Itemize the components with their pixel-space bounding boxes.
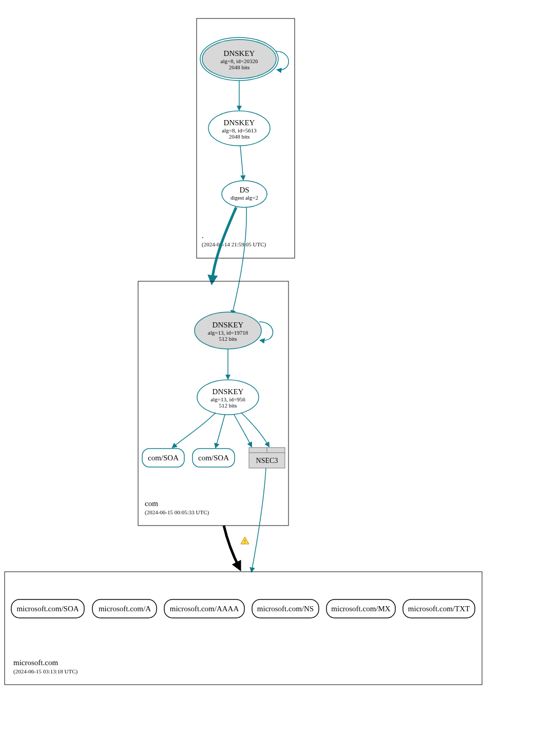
edge-com-to-microsoft <box>224 526 239 568</box>
svg-point-4 <box>222 181 267 207</box>
edge-com-zsk-soa1 <box>172 413 216 448</box>
root-zsk-line2: 2048 bits <box>229 133 250 140</box>
node-com-soa2: com/SOA <box>193 449 235 467</box>
node-root-ds: DS digest alg=2 <box>222 181 267 207</box>
node-ms-aaaa: microsoft.com/AAAA <box>164 599 244 618</box>
com-nsec3-title: NSEC3 <box>256 457 278 464</box>
com-ksk-line2: 512 bits <box>219 336 237 342</box>
zone-com-name: com <box>145 499 158 508</box>
node-ms-txt: microsoft.com/TXT <box>403 599 475 618</box>
edge-ds-to-com-ksk <box>232 207 246 315</box>
zone-root: DNSKEY alg=8, id=20326 2048 bits DNSKEY … <box>197 18 295 258</box>
zone-ms-ts: (2024-06-15 03:13:18 UTC) <box>13 668 78 675</box>
edge-root-zsk-ds <box>240 146 243 180</box>
edge-com-zsk-nsec3b <box>241 413 269 447</box>
node-com-nsec3: NSEC3 <box>249 448 285 468</box>
zone-com-ts: (2024-06-15 00:05:33 UTC) <box>145 509 209 516</box>
node-ms-mx: microsoft.com/MX <box>326 599 395 618</box>
node-com-zsk: DNSKEY alg=13, id=956 512 bits <box>197 380 259 415</box>
zone-root-ts: (2024-06-14 21:59:05 UTC) <box>202 241 266 248</box>
ms-rec-2: microsoft.com/AAAA <box>170 605 239 613</box>
root-ksk-line1: alg=8, id=20326 <box>221 58 258 64</box>
node-ms-soa: microsoft.com/SOA <box>11 599 84 618</box>
com-ksk-title: DNSKEY <box>213 321 244 329</box>
root-ksk-title: DNSKEY <box>224 49 255 57</box>
edge-com-zsk-soa2 <box>216 415 225 448</box>
com-soa1-title: com/SOA <box>148 454 179 462</box>
dnssec-graph: DNSKEY alg=8, id=20326 2048 bits DNSKEY … <box>0 0 558 756</box>
root-zsk-title: DNSKEY <box>224 119 255 127</box>
node-com-soa1: com/SOA <box>142 449 184 467</box>
zone-ms-name: microsoft.com <box>13 658 58 667</box>
node-com-ksk: DNSKEY alg=13, id=19718 512 bits <box>195 312 261 349</box>
com-zsk-line2: 512 bits <box>219 402 237 409</box>
com-zsk-title: DNSKEY <box>213 387 244 396</box>
node-ms-a: microsoft.com/A <box>92 599 157 618</box>
root-zsk-line1: alg=8, id=5613 <box>222 127 257 133</box>
ms-rec-5: microsoft.com/TXT <box>408 605 470 613</box>
edge-com-zsk-nsec3a <box>234 415 252 447</box>
node-root-zsk: DNSKEY alg=8, id=5613 2048 bits <box>208 111 270 146</box>
ms-rec-4: microsoft.com/MX <box>331 605 391 613</box>
node-ms-ns: microsoft.com/NS <box>252 599 319 618</box>
root-ds-title: DS <box>239 186 249 194</box>
ms-rec-1: microsoft.com/A <box>99 605 151 613</box>
edge-nsec3-to-microsoft <box>252 468 266 572</box>
root-ksk-line2: 2048 bits <box>229 64 250 70</box>
ms-rec-0: microsoft.com/SOA <box>16 605 79 613</box>
warning-icon: ! <box>241 537 249 544</box>
zone-root-name: . <box>202 231 204 240</box>
svg-rect-14 <box>5 572 482 685</box>
zone-com: DNSKEY alg=13, id=19718 512 bits DNSKEY … <box>138 281 288 526</box>
zone-microsoft: microsoft.com/SOA microsoft.com/A micros… <box>5 572 482 685</box>
com-soa2-title: com/SOA <box>198 454 229 462</box>
svg-text:!: ! <box>244 539 246 544</box>
ms-rec-3: microsoft.com/NS <box>257 605 314 613</box>
root-ds-line1: digest alg=2 <box>230 195 258 201</box>
com-ksk-line1: alg=13, id=19718 <box>208 329 248 336</box>
node-root-ksk: DNSKEY alg=8, id=20326 2048 bits <box>200 37 278 81</box>
com-zsk-line1: alg=13, id=956 <box>210 396 245 402</box>
